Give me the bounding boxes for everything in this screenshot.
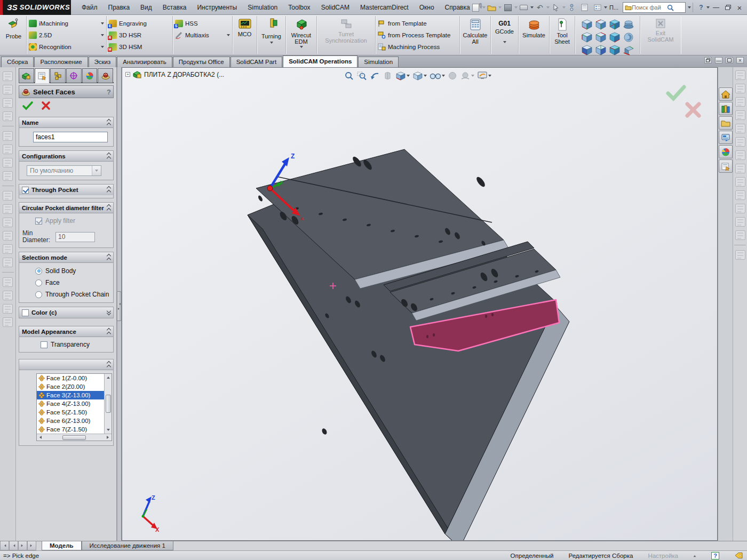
scroll-right-icon[interactable]: [107, 436, 110, 439]
view-section-icon[interactable]: [623, 44, 634, 56]
model-tab[interactable]: Модель: [42, 541, 82, 550]
window-minimize-button[interactable]: —: [711, 3, 721, 12]
faces-list-header[interactable]: [19, 359, 113, 370]
dimension-tool-icon[interactable]: [3, 111, 13, 121]
view-palette-button[interactable]: [719, 131, 733, 144]
scroll-left-icon[interactable]: [38, 436, 42, 439]
face-list-item[interactable]: Face 5(Z-1.50): [37, 408, 105, 417]
menu-file[interactable]: Файл: [76, 2, 103, 13]
through-pocket-chain-radio[interactable]: [35, 291, 42, 298]
file-explorer-button[interactable]: [719, 116, 733, 130]
tab-office-products[interactable]: Продукты Office: [173, 57, 230, 67]
panel-splitter-handle[interactable]: [117, 291, 122, 321]
tab-display-manager[interactable]: [82, 68, 98, 83]
mate-tool-icon[interactable]: [3, 191, 13, 201]
menu-tools[interactable]: Инструменты: [192, 2, 242, 13]
face-list-item[interactable]: Face 4(Z-13.00): [37, 399, 105, 408]
quick-tips-button[interactable]: ?: [711, 552, 719, 559]
assembly-tool-icon[interactable]: [3, 291, 13, 300]
view-settings-icon[interactable]: [476, 70, 492, 81]
tab-solidcam-operations[interactable]: SolidCAM Operations: [283, 55, 357, 67]
min-diameter-input[interactable]: [55, 232, 95, 242]
window-close-button[interactable]: ×: [734, 3, 745, 12]
menu-toolbox[interactable]: Toolbox: [283, 2, 315, 13]
engraving-button[interactable]: EEngraving: [109, 18, 170, 29]
select-cursor-icon[interactable]: [550, 2, 562, 13]
dimension-tool-icon[interactable]: [735, 137, 745, 147]
probe-button[interactable]: Probe: [3, 17, 24, 53]
panel-help-button[interactable]: ?: [107, 88, 111, 96]
configuration-select[interactable]: По умолчанию: [27, 165, 101, 176]
hide-show-items-icon[interactable]: [429, 71, 446, 81]
tag-icon[interactable]: [734, 552, 744, 559]
assembly-tool-icon[interactable]: [3, 304, 13, 314]
25d-button[interactable]: 2.5D: [29, 29, 104, 41]
mate-tool-icon[interactable]: [3, 218, 13, 227]
view-cube-icon[interactable]: [595, 19, 607, 30]
tab-simulation[interactable]: Simulation: [358, 57, 399, 67]
assembly-tool-icon[interactable]: [3, 317, 13, 327]
display-style-icon[interactable]: [412, 70, 427, 81]
mate-tool-icon[interactable]: [3, 231, 13, 241]
toolbar-overflow-label[interactable]: П...: [609, 4, 618, 11]
graphics-viewport[interactable]: + ПЛИТА Z ДОРАБОТКА2 (...: [122, 67, 718, 541]
dimension-tool-icon[interactable]: [735, 177, 745, 187]
tab-sketch[interactable]: Эскиз: [89, 57, 117, 67]
simulate-button[interactable]: Simulate: [521, 17, 547, 53]
dropdown-arrow-icon[interactable]: [92, 166, 101, 175]
dimension-tool-icon[interactable]: [735, 124, 745, 133]
view-swirl-icon[interactable]: [623, 31, 634, 43]
tab-scroll-right-button[interactable]: [18, 541, 27, 550]
design-library-button[interactable]: [719, 102, 733, 115]
tab-scroll-last-button[interactable]: [27, 541, 36, 550]
save-icon[interactable]: [502, 2, 514, 13]
document-restore-button[interactable]: [704, 57, 712, 63]
sketch-relation-icon[interactable]: [3, 171, 13, 181]
options-list-icon[interactable]: [592, 2, 603, 13]
face-radio[interactable]: [35, 279, 42, 286]
assembly-tool-icon[interactable]: [3, 277, 13, 287]
dimension-tool-icon[interactable]: [3, 71, 13, 81]
faces-horizontal-scrollbar[interactable]: [37, 434, 112, 441]
home-button[interactable]: [719, 87, 733, 101]
tree-expand-icon[interactable]: +: [125, 72, 130, 77]
scroll-thumb[interactable]: [62, 435, 86, 440]
dimension-tool-icon[interactable]: [735, 70, 745, 80]
configurations-group-header[interactable]: Configurations: [19, 151, 113, 162]
dimension-tool-icon[interactable]: [3, 98, 13, 108]
tab-property-manager[interactable]: [35, 68, 50, 83]
sketch-relation-icon[interactable]: [3, 158, 13, 167]
wirecut-edm-button[interactable]: Wirecut EDM: [288, 17, 314, 53]
open-file-icon[interactable]: [486, 2, 498, 13]
name-group-header[interactable]: Name: [19, 117, 113, 128]
search-input[interactable]: [632, 4, 667, 11]
zoom-area-icon[interactable]: [356, 70, 368, 81]
view-cube-icon[interactable]: [581, 44, 593, 56]
model-appearance-header[interactable]: Model Appearance: [19, 326, 113, 337]
diameter-filter-header[interactable]: Circular Pocket diameter filter: [19, 203, 113, 213]
mco-button[interactable]: MCO: [235, 17, 255, 53]
face-list-item[interactable]: Face 1(Z-0.00): [37, 374, 105, 382]
dimension-tool-icon[interactable]: [735, 230, 745, 240]
view-stack-icon[interactable]: [623, 19, 634, 30]
mate-tool-icon[interactable]: [3, 258, 13, 267]
hss-button[interactable]: SHSS: [175, 18, 230, 29]
help-button[interactable]: ?: [696, 3, 706, 12]
mate-tool-icon[interactable]: [3, 204, 13, 214]
scroll-down-icon[interactable]: [107, 429, 110, 433]
face-list-item[interactable]: Face 7(Z-1.50): [37, 425, 105, 434]
ok-button[interactable]: [22, 101, 34, 110]
tab-dimxpert-manager[interactable]: [66, 68, 82, 83]
zoom-fit-icon[interactable]: [344, 70, 355, 81]
dimension-tool-icon[interactable]: [3, 85, 13, 94]
document-maximize-button[interactable]: [726, 57, 733, 63]
menu-mastercamdirect[interactable]: MastercamDirect: [355, 2, 414, 13]
through-pocket-checkbox[interactable]: [22, 187, 29, 194]
sketch-relation-icon[interactable]: [3, 145, 13, 154]
undo-icon[interactable]: ↶: [534, 2, 546, 13]
dimension-tool-icon[interactable]: [735, 97, 745, 107]
solid-body-radio[interactable]: [35, 268, 42, 275]
3d-hsr-button[interactable]: R3D HSR: [109, 29, 170, 41]
tool-sheet-button[interactable]: Tool Sheet: [552, 17, 573, 53]
sketch-relation-icon[interactable]: [3, 131, 13, 141]
